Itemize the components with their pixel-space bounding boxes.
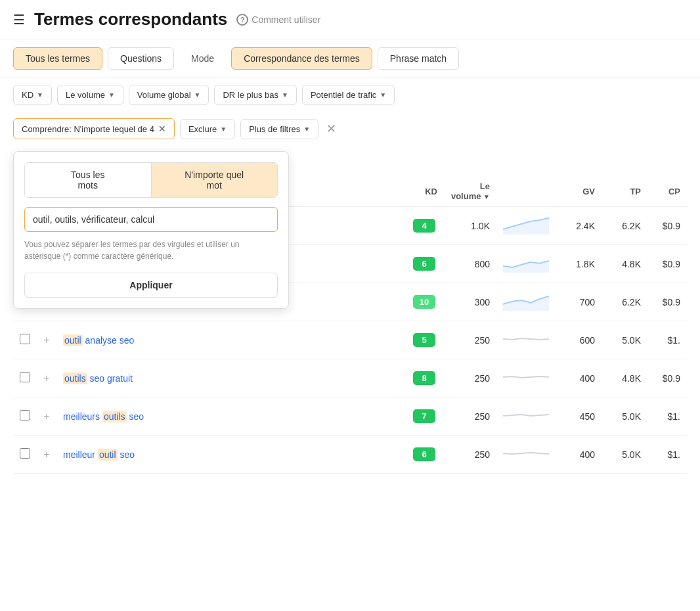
row-gv: 450 (556, 397, 602, 436)
row-volume: 250 (444, 321, 496, 359)
row-checkbox[interactable] (20, 372, 30, 382)
row-trend-chart (496, 207, 556, 245)
popup-tab-group: Tous lesmots N'importe quelmot (24, 162, 278, 198)
kd-badge: 6 (413, 447, 435, 461)
traffic-filter-btn[interactable]: Potentiel de trafic ▼ (302, 85, 395, 105)
global-volume-filter-btn[interactable]: Volume global ▼ (129, 85, 209, 105)
row-volume: 250 (444, 436, 496, 474)
exclude-filter-btn[interactable]: Exclure ▼ (180, 119, 235, 139)
tab-questions[interactable]: Questions (108, 47, 174, 70)
include-filter-dropdown: Tous lesmots N'importe quelmot Vous pouv… (13, 151, 289, 309)
col-tp-header: TP (602, 176, 647, 207)
volume-sort-icon[interactable]: ▼ (483, 193, 490, 200)
dr-label: DR le plus bas (223, 90, 278, 100)
row-volume: 250 (444, 397, 496, 436)
more-filters-arrow-icon: ▼ (303, 125, 310, 133)
exclude-label: Exclure (188, 124, 217, 134)
row-trend-chart (496, 321, 556, 359)
row-checkbox[interactable] (20, 448, 30, 459)
sparkline-icon (503, 291, 549, 313)
kd-badge: 10 (413, 295, 435, 309)
row-volume: 300 (444, 283, 496, 321)
tab-correspondance[interactable]: Correspondance des termes (231, 47, 372, 70)
row-volume: 1.0K (444, 207, 496, 245)
row-gv: 600 (556, 321, 602, 359)
row-keyword[interactable]: outils seo gratuit (56, 359, 405, 397)
header: ☰ Termes correspondants ? Comment utilis… (0, 0, 700, 39)
keyword-text: meilleur (63, 449, 98, 460)
table-row: +outils seo gratuit82504004.8K$0.9 (13, 359, 687, 397)
row-gv: 400 (556, 359, 602, 397)
kd-arrow-icon: ▼ (37, 91, 43, 99)
row-volume: 800 (444, 245, 496, 283)
sparkline-icon (503, 215, 549, 237)
row-tp: 6.2K (602, 207, 647, 245)
keyword-highlight: outil (98, 449, 118, 461)
tab-tous-les-termes[interactable]: Tous les termes (13, 47, 102, 70)
kd-filter-btn[interactable]: KD ▼ (13, 85, 52, 105)
popup-hint-text: Vous pouvez séparer les termes par des v… (24, 238, 278, 262)
help-link[interactable]: ? Comment utiliser (236, 14, 320, 26)
traffic-arrow-icon: ▼ (380, 91, 386, 99)
tab-phrase-match[interactable]: Phrase match (378, 47, 459, 70)
include-tag-close-icon[interactable]: ✕ (158, 124, 166, 134)
popup-keywords-input[interactable] (24, 207, 278, 232)
popup-tab-any-word[interactable]: N'importe quelmot (152, 163, 278, 197)
sparkline-icon (503, 367, 549, 389)
tab-mode[interactable]: Mode (179, 48, 226, 69)
row-add-btn[interactable]: + (37, 321, 56, 359)
row-keyword[interactable]: meilleurs outils seo (56, 397, 405, 436)
svg-marker-0 (503, 218, 549, 235)
menu-icon[interactable]: ☰ (13, 12, 25, 28)
row-checkbox[interactable] (20, 410, 30, 420)
row-cpc: $1. (647, 436, 687, 474)
row-kd: 6 (405, 245, 444, 283)
row-checkbox[interactable] (20, 334, 30, 344)
help-label: Comment utiliser (252, 14, 320, 25)
dr-filter-btn[interactable]: DR le plus bas ▼ (214, 85, 296, 105)
keyword-text: meilleurs (63, 411, 102, 422)
row-keyword[interactable]: outil analyse seo (56, 321, 405, 359)
row-gv: 700 (556, 283, 602, 321)
sparkline-icon (503, 253, 549, 275)
help-circle-icon: ? (236, 14, 248, 26)
include-tag-label: Comprendre: N'importe lequel de 4 (22, 124, 154, 134)
row-add-btn[interactable]: + (37, 397, 56, 436)
row-trend-chart (496, 245, 556, 283)
kd-badge: 7 (413, 409, 435, 423)
popup-tab-all-words[interactable]: Tous lesmots (25, 163, 152, 197)
volume-filter-label: Le volume (66, 90, 105, 100)
active-filters-row: Comprendre: N'importe lequel de 4 ✕ Excl… (0, 112, 700, 146)
popup-apply-button[interactable]: Appliquer (24, 273, 278, 298)
row-add-btn[interactable]: + (37, 436, 56, 474)
row-cpc: $0.9 (647, 207, 687, 245)
tabs-row: Tous les termes Questions Mode Correspon… (0, 39, 700, 78)
col-cpc-header: CP (647, 176, 687, 207)
kd-badge: 4 (413, 219, 435, 233)
sparkline-icon (503, 405, 549, 427)
row-cpc: $1. (647, 397, 687, 436)
more-filters-btn[interactable]: Plus de filtres ▼ (240, 119, 318, 139)
exclude-arrow-icon: ▼ (220, 125, 227, 133)
row-kd: 8 (405, 359, 444, 397)
sparkline-icon (503, 443, 549, 465)
row-keyword[interactable]: meilleur outil seo (56, 436, 405, 474)
keyword-text: seo (127, 411, 144, 422)
row-kd: 7 (405, 397, 444, 436)
row-volume: 250 (444, 359, 496, 397)
row-trend-chart (496, 283, 556, 321)
row-gv: 400 (556, 436, 602, 474)
keyword-highlight: outil (63, 334, 83, 346)
traffic-label: Potentiel de trafic (311, 90, 376, 100)
row-gv: 1.8K (556, 245, 602, 283)
sparkline-icon (503, 329, 549, 351)
row-cpc: $0.9 (647, 245, 687, 283)
clear-all-filters-icon[interactable]: ✕ (324, 122, 339, 136)
volume-filter-btn[interactable]: Le volume ▼ (57, 85, 123, 105)
col-volume-header: Le volume ▼ (444, 176, 496, 207)
row-add-btn[interactable]: + (37, 359, 56, 397)
include-filter-tag[interactable]: Comprendre: N'importe lequel de 4 ✕ (13, 118, 175, 139)
dr-arrow-icon: ▼ (282, 91, 288, 99)
row-cpc: $1. (647, 321, 687, 359)
keyword-text: analyse seo (83, 335, 135, 346)
